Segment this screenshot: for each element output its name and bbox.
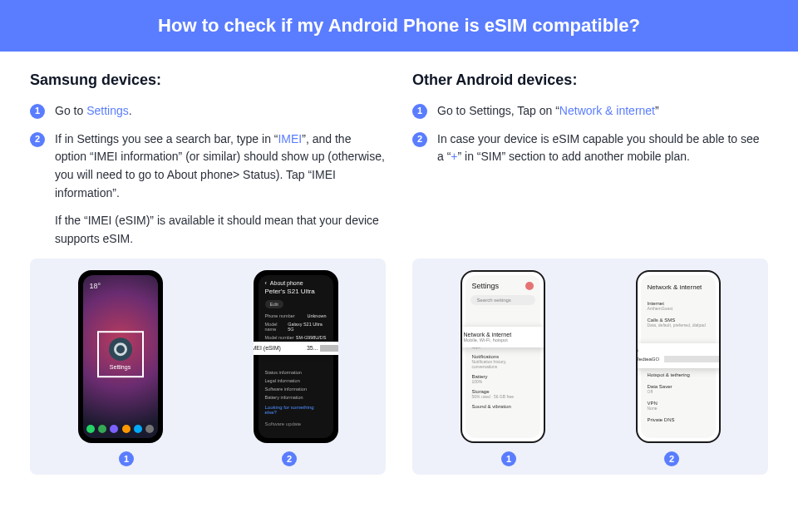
samsung-step-2: 2 If in Settings you see a search bar, t… <box>30 131 386 249</box>
samsung-column: Samsung devices: 1 Go to Settings. 2 If … <box>30 71 386 259</box>
caption-badge: 2 <box>664 451 679 466</box>
network-title: Network & internet <box>646 280 711 298</box>
other-step-2: 2 In case your device is eSIM capable yo… <box>412 131 768 166</box>
redacted-mask <box>320 345 338 352</box>
network-internet-sub: Mobile, Wi-Fi, hotspot <box>464 337 512 342</box>
dock <box>85 425 156 436</box>
samsung-heading: Samsung devices: <box>30 71 386 89</box>
list-item: Battery information <box>259 393 333 401</box>
sims-callout: SIMs ▯ RedteaGO + <box>636 343 721 368</box>
imei-highlight: IMEI <box>278 132 302 145</box>
content: Samsung devices: 1 Go to Settings. 2 If … <box>0 52 798 259</box>
step-text: If in Settings you see a search bar, typ… <box>55 131 386 249</box>
text: ” <box>655 104 659 117</box>
list-item: Calls & SMSData, default, preferred, dia… <box>646 314 711 331</box>
imei-value: 35... <box>307 345 318 351</box>
step-text: Go to Settings, Tap on “Network & intern… <box>437 102 768 121</box>
looking-for: Looking for something else? <box>259 401 333 418</box>
text: Go to <box>55 104 86 117</box>
device-name: Peter's S21 Ultra <box>259 288 333 300</box>
sims-label: SIMs <box>636 347 721 352</box>
plus-highlight: + <box>451 150 457 163</box>
step-text: Go to Settings. <box>55 102 386 121</box>
imei-esim-label: IMEI (eSIM) <box>254 345 281 352</box>
other-heading: Other Android devices: <box>412 71 768 89</box>
row-key: Phone number <box>265 313 295 318</box>
step-badge: 2 <box>412 132 427 147</box>
samsung-phone-about: ‹About phone Peter's S21 Ultra Edit Phon… <box>254 270 338 443</box>
android-phone-network: Network & internet InternetAnthemGuest C… <box>636 270 721 443</box>
list-item: InternetAnthemGuest <box>646 298 711 314</box>
caption-badge: 1 <box>501 451 516 466</box>
screenshot-row: 18° Settings ‹About phone Peter's S21 Ul… <box>30 259 768 475</box>
row-key: Model name <box>265 322 288 332</box>
settings-title: Settings <box>472 282 500 290</box>
software-update: Software update <box>259 418 333 430</box>
network-internet-label: Network & internet <box>464 332 512 337</box>
sim-name: RedteaGO <box>636 357 660 362</box>
text: If the “IMEI (eSIM)” is available it sho… <box>55 212 386 248</box>
other-step-1: 1 Go to Settings, Tap on “Network & inte… <box>412 102 768 121</box>
list-item: Battery100% <box>470 372 535 387</box>
list-item: VPNNone <box>646 397 711 414</box>
back-icon: ‹ <box>265 280 267 286</box>
text: . <box>129 104 132 117</box>
search-settings: Search settings <box>470 295 535 305</box>
edit-pill: Edit <box>265 300 283 308</box>
text: ” in “SIM” section to add another mobile… <box>458 150 690 163</box>
samsung-phone-home: 18° Settings <box>78 270 163 443</box>
redacted-mask <box>664 356 718 362</box>
list-item: Sound & vibration <box>470 401 535 411</box>
page-title: How to check if my Android Phone is eSIM… <box>0 0 798 52</box>
list-item: Private DNS <box>646 414 711 426</box>
gear-icon <box>109 338 132 362</box>
imei-esim-callout: IMEI (eSIM) 35... <box>254 342 338 355</box>
other-screenshots: Settings Search settings AppsAssistant, … <box>412 259 768 475</box>
network-internet-link[interactable]: Network & internet <box>559 104 655 117</box>
row-key: Model number <box>265 335 294 340</box>
row-val: Unknown <box>308 313 327 318</box>
text: If in Settings you see a search bar, typ… <box>55 132 278 145</box>
settings-tile: Settings <box>97 331 144 377</box>
samsung-screenshots: 18° Settings ‹About phone Peter's S21 Ul… <box>30 259 386 475</box>
other-column: Other Android devices: 1 Go to Settings,… <box>412 71 768 259</box>
row-val: SM-G998U/DS <box>296 335 327 340</box>
step-badge: 1 <box>412 104 427 119</box>
list-item: Status information <box>259 368 333 377</box>
row-val: Galaxy S21 Ultra 5G <box>288 322 326 332</box>
samsung-step-1: 1 Go to Settings. <box>30 102 386 121</box>
list-item: Software information <box>259 385 333 393</box>
step-text: In case your device is eSIM capable you … <box>437 131 768 166</box>
avatar-icon <box>525 282 534 290</box>
list-item: NotificationsNotification history, conve… <box>470 352 535 372</box>
text: Go to Settings, Tap on “ <box>437 104 559 117</box>
settings-link[interactable]: Settings <box>86 104 129 117</box>
caption-badge: 2 <box>282 451 297 466</box>
android-phone-settings: Settings Search settings AppsAssistant, … <box>461 270 545 443</box>
list-item: Legal information <box>259 377 333 385</box>
weather-widget: 18° <box>90 282 101 290</box>
caption-badge: 1 <box>119 451 134 466</box>
step-badge: 1 <box>30 104 45 119</box>
about-phone-title: About phone <box>270 280 303 286</box>
list-item: Storage56% used · 56 GB free <box>470 387 535 401</box>
list-item: Hotspot & tethering <box>646 369 711 381</box>
network-internet-callout: ◇ Network & internetMobile, Wi-Fi, hotsp… <box>461 327 545 347</box>
list-item: Data SaverOff <box>646 381 711 397</box>
step-badge: 2 <box>30 132 45 147</box>
settings-label: Settings <box>110 365 131 371</box>
